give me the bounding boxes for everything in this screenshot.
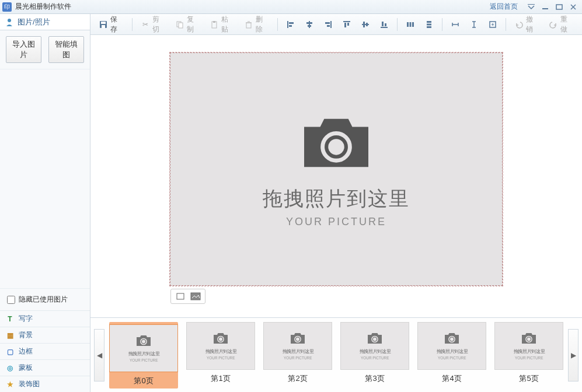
sidebar-item-3[interactable]: ◎蒙板 [0,359,90,376]
svg-rect-35 [427,26,431,28]
thumb-title: 拖拽照片到这里 [436,348,468,354]
paste-button[interactable]: 粘贴 [206,13,238,36]
hide-used-checkbox[interactable] [7,296,15,304]
svg-rect-32 [412,22,414,27]
svg-rect-14 [289,25,292,27]
sidebar-item-0[interactable]: T写字 [0,310,90,327]
undo-icon [514,20,524,29]
import-row: 导入图片 智能填图 [0,30,90,69]
align-middle-icon [361,20,370,29]
maximize-icon[interactable] [553,2,566,12]
cut-button[interactable]: ✂剪切 [137,13,169,36]
distribute-h-icon [406,20,415,29]
thumb-box: 拖拽照片到这里YOUR PICTURE [263,322,332,370]
page-thumb-2[interactable]: 拖拽照片到这里YOUR PICTURE第2页 [263,322,332,388]
page-thumb-5[interactable]: 拖拽照片到这里YOUR PICTURE第5页 [494,322,563,388]
thumb-box: 拖拽照片到这里YOUR PICTURE [186,322,255,370]
svg-point-50 [450,337,454,341]
delete-icon [244,20,253,29]
hide-used-label: 隐藏已使用图片 [19,295,68,304]
close-icon[interactable] [567,2,580,12]
sidebar-item-1[interactable]: ▦背景 [0,327,90,343]
svg-rect-15 [309,21,310,28]
svg-rect-31 [410,22,412,27]
align-middle-button[interactable] [357,18,374,31]
scroll-right-button[interactable]: ▶ [568,329,578,382]
placeholder-sub: YOUR PICTURE [286,216,386,228]
thumb-title: 拖拽照片到这里 [513,348,545,354]
redo-button[interactable]: 重做 [545,13,577,36]
smart-fill-button[interactable]: 智能填图 [48,36,84,63]
svg-rect-19 [325,22,330,24]
canvas-frame[interactable]: 拖拽照片到这里 YOUR PICTURE [170,52,503,286]
sidebar-item-icon: ▦ [6,331,14,340]
same-size-button[interactable] [485,18,501,31]
save-button[interactable]: 保存 [95,13,127,36]
thumb-title: 拖拽照片到这里 [205,348,236,354]
toolbar: 保存 ✂剪切 复制 粘贴 删除 撤销 重做 [90,14,582,35]
svg-rect-11 [246,23,251,28]
thumb-box: 拖拽照片到这里YOUR PICTURE [417,322,486,370]
page-label: 第1页 [211,373,230,384]
align-left-button[interactable] [283,18,299,31]
align-right-button[interactable] [320,18,336,31]
canvas-area: 拖拽照片到这里 YOUR PICTURE [90,35,582,317]
hide-used-row: 隐藏已使用图片 [0,288,90,310]
svg-rect-2 [556,5,562,9]
svg-rect-1 [542,8,548,9]
thumb-sub: YOUR PICTURE [515,355,543,359]
same-height-button[interactable] [466,18,482,31]
align-bottom-button[interactable] [376,18,392,31]
page-thumb-3[interactable]: 拖拽照片到这里YOUR PICTURE第3页 [340,322,409,388]
canvas-tool-image[interactable] [190,292,201,301]
delete-button[interactable]: 删除 [241,13,273,36]
page-label: 第3页 [365,373,384,384]
app-icon: 印 [2,2,12,12]
dropdown-icon[interactable] [525,2,538,12]
svg-rect-20 [327,25,330,27]
sidebar-item-icon: ★ [6,380,14,388]
svg-rect-21 [343,21,350,22]
page-label: 第0页 [134,376,153,386]
thumb-title: 拖拽照片到这里 [282,348,313,354]
sidebar-tab-photos[interactable]: 图片/照片 [0,14,90,30]
same-width-button[interactable] [447,18,463,31]
sidebar-item-label: 蒙板 [19,363,33,373]
page-thumb-4[interactable]: 拖拽照片到这里YOUR PICTURE第4页 [417,322,486,388]
page-thumb-1[interactable]: 拖拽照片到这里YOUR PICTURE第1页 [186,322,255,388]
canvas-tools [170,289,205,304]
distribute-v-button[interactable] [421,18,437,31]
sidebar-item-icon: T [6,315,14,323]
copy-button[interactable]: 复制 [172,13,204,36]
sidebar-item-2[interactable]: ▢边框 [0,343,90,359]
thumb-box: 拖拽照片到这里YOUR PICTURE [494,322,563,370]
svg-rect-17 [308,25,311,27]
undo-button[interactable]: 撤销 [511,13,543,36]
thumb-sub: YOUR PICTURE [361,355,389,359]
svg-rect-18 [330,21,332,28]
sidebar-item-4[interactable]: ★装饰图 [0,376,90,392]
page-thumb-0[interactable]: 拖拽照片到这里YOUR PICTURE第0页 [109,322,178,388]
align-center-h-button[interactable] [301,18,318,31]
thumb-sub: YOUR PICTURE [207,355,235,359]
align-bottom-icon [379,20,389,29]
page-strip: ◀ 拖拽照片到这里YOUR PICTURE第0页拖拽照片到这里YOUR PICT… [90,317,582,392]
home-link[interactable]: 返回首页 [490,2,518,12]
thumb-sub: YOUR PICTURE [284,355,312,359]
minimize-icon[interactable] [539,2,552,12]
import-button[interactable]: 导入图片 [6,36,41,63]
redo-icon [549,20,558,29]
svg-rect-27 [381,27,388,28]
workspace: 保存 ✂剪切 复制 粘贴 删除 撤销 重做 [90,14,582,392]
svg-rect-16 [306,22,312,24]
thumb-box: 拖拽照片到这里YOUR PICTURE [340,322,409,370]
cut-icon: ✂ [141,20,150,29]
canvas-tool-crop[interactable] [175,292,186,301]
svg-rect-29 [385,23,386,26]
svg-rect-30 [407,22,409,27]
sidebar-tab-label: 图片/照片 [18,17,50,27]
distribute-h-button[interactable] [402,18,419,31]
svg-rect-39 [177,293,184,299]
scroll-left-button[interactable]: ◀ [94,329,104,382]
align-top-button[interactable] [339,18,355,31]
